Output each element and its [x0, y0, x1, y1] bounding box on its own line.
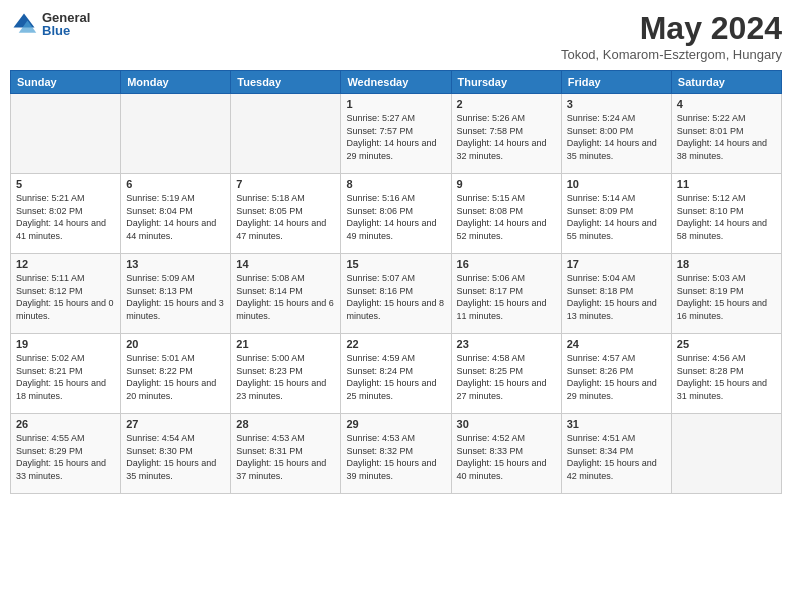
calendar-cell: 16Sunrise: 5:06 AMSunset: 8:17 PMDayligh… [451, 254, 561, 334]
calendar-cell: 11Sunrise: 5:12 AMSunset: 8:10 PMDayligh… [671, 174, 781, 254]
day-number: 30 [457, 418, 556, 430]
calendar-cell: 23Sunrise: 4:58 AMSunset: 8:25 PMDayligh… [451, 334, 561, 414]
calendar-cell: 13Sunrise: 5:09 AMSunset: 8:13 PMDayligh… [121, 254, 231, 334]
day-info: Sunrise: 5:06 AMSunset: 8:17 PMDaylight:… [457, 272, 556, 322]
calendar-cell: 3Sunrise: 5:24 AMSunset: 8:00 PMDaylight… [561, 94, 671, 174]
day-info: Sunrise: 5:24 AMSunset: 8:00 PMDaylight:… [567, 112, 666, 162]
day-number: 6 [126, 178, 225, 190]
calendar-header-monday: Monday [121, 71, 231, 94]
calendar-cell: 2Sunrise: 5:26 AMSunset: 7:58 PMDaylight… [451, 94, 561, 174]
day-info: Sunrise: 5:01 AMSunset: 8:22 PMDaylight:… [126, 352, 225, 402]
day-info: Sunrise: 4:52 AMSunset: 8:33 PMDaylight:… [457, 432, 556, 482]
calendar-cell: 25Sunrise: 4:56 AMSunset: 8:28 PMDayligh… [671, 334, 781, 414]
day-info: Sunrise: 4:55 AMSunset: 8:29 PMDaylight:… [16, 432, 115, 482]
logo-icon [10, 10, 38, 38]
calendar-header-wednesday: Wednesday [341, 71, 451, 94]
day-number: 28 [236, 418, 335, 430]
calendar-week-2: 5Sunrise: 5:21 AMSunset: 8:02 PMDaylight… [11, 174, 782, 254]
header: General Blue May 2024 Tokod, Komarom-Esz… [10, 10, 782, 62]
day-info: Sunrise: 4:59 AMSunset: 8:24 PMDaylight:… [346, 352, 445, 402]
day-info: Sunrise: 5:07 AMSunset: 8:16 PMDaylight:… [346, 272, 445, 322]
calendar-week-1: 1Sunrise: 5:27 AMSunset: 7:57 PMDaylight… [11, 94, 782, 174]
calendar-cell: 21Sunrise: 5:00 AMSunset: 8:23 PMDayligh… [231, 334, 341, 414]
calendar-cell: 12Sunrise: 5:11 AMSunset: 8:12 PMDayligh… [11, 254, 121, 334]
day-info: Sunrise: 5:21 AMSunset: 8:02 PMDaylight:… [16, 192, 115, 242]
day-number: 10 [567, 178, 666, 190]
calendar-cell: 26Sunrise: 4:55 AMSunset: 8:29 PMDayligh… [11, 414, 121, 494]
calendar-cell: 1Sunrise: 5:27 AMSunset: 7:57 PMDaylight… [341, 94, 451, 174]
main-title: May 2024 [561, 10, 782, 47]
calendar-week-4: 19Sunrise: 5:02 AMSunset: 8:21 PMDayligh… [11, 334, 782, 414]
logo-blue-text: Blue [42, 24, 90, 37]
day-info: Sunrise: 5:03 AMSunset: 8:19 PMDaylight:… [677, 272, 776, 322]
calendar-cell: 29Sunrise: 4:53 AMSunset: 8:32 PMDayligh… [341, 414, 451, 494]
calendar-cell [671, 414, 781, 494]
day-info: Sunrise: 5:14 AMSunset: 8:09 PMDaylight:… [567, 192, 666, 242]
calendar-cell: 14Sunrise: 5:08 AMSunset: 8:14 PMDayligh… [231, 254, 341, 334]
day-number: 24 [567, 338, 666, 350]
calendar-week-3: 12Sunrise: 5:11 AMSunset: 8:12 PMDayligh… [11, 254, 782, 334]
day-info: Sunrise: 5:19 AMSunset: 8:04 PMDaylight:… [126, 192, 225, 242]
day-number: 7 [236, 178, 335, 190]
day-number: 27 [126, 418, 225, 430]
day-number: 19 [16, 338, 115, 350]
day-number: 26 [16, 418, 115, 430]
calendar-cell: 19Sunrise: 5:02 AMSunset: 8:21 PMDayligh… [11, 334, 121, 414]
calendar-week-5: 26Sunrise: 4:55 AMSunset: 8:29 PMDayligh… [11, 414, 782, 494]
calendar-cell [121, 94, 231, 174]
day-number: 2 [457, 98, 556, 110]
calendar-cell: 28Sunrise: 4:53 AMSunset: 8:31 PMDayligh… [231, 414, 341, 494]
calendar-cell: 15Sunrise: 5:07 AMSunset: 8:16 PMDayligh… [341, 254, 451, 334]
day-info: Sunrise: 5:08 AMSunset: 8:14 PMDaylight:… [236, 272, 335, 322]
day-number: 18 [677, 258, 776, 270]
calendar-header-sunday: Sunday [11, 71, 121, 94]
day-info: Sunrise: 5:04 AMSunset: 8:18 PMDaylight:… [567, 272, 666, 322]
day-info: Sunrise: 5:16 AMSunset: 8:06 PMDaylight:… [346, 192, 445, 242]
day-number: 17 [567, 258, 666, 270]
calendar-cell: 27Sunrise: 4:54 AMSunset: 8:30 PMDayligh… [121, 414, 231, 494]
day-info: Sunrise: 5:15 AMSunset: 8:08 PMDaylight:… [457, 192, 556, 242]
calendar-cell: 18Sunrise: 5:03 AMSunset: 8:19 PMDayligh… [671, 254, 781, 334]
day-number: 11 [677, 178, 776, 190]
day-info: Sunrise: 4:51 AMSunset: 8:34 PMDaylight:… [567, 432, 666, 482]
day-info: Sunrise: 5:11 AMSunset: 8:12 PMDaylight:… [16, 272, 115, 322]
calendar-cell: 22Sunrise: 4:59 AMSunset: 8:24 PMDayligh… [341, 334, 451, 414]
calendar-header-row: SundayMondayTuesdayWednesdayThursdayFrid… [11, 71, 782, 94]
calendar-cell [231, 94, 341, 174]
day-number: 3 [567, 98, 666, 110]
day-number: 16 [457, 258, 556, 270]
calendar-cell: 30Sunrise: 4:52 AMSunset: 8:33 PMDayligh… [451, 414, 561, 494]
day-info: Sunrise: 5:26 AMSunset: 7:58 PMDaylight:… [457, 112, 556, 162]
logo: General Blue [10, 10, 90, 38]
calendar-cell: 20Sunrise: 5:01 AMSunset: 8:22 PMDayligh… [121, 334, 231, 414]
day-number: 5 [16, 178, 115, 190]
calendar-header-thursday: Thursday [451, 71, 561, 94]
calendar-header-friday: Friday [561, 71, 671, 94]
day-number: 15 [346, 258, 445, 270]
day-info: Sunrise: 4:57 AMSunset: 8:26 PMDaylight:… [567, 352, 666, 402]
day-number: 29 [346, 418, 445, 430]
day-info: Sunrise: 4:56 AMSunset: 8:28 PMDaylight:… [677, 352, 776, 402]
day-info: Sunrise: 5:09 AMSunset: 8:13 PMDaylight:… [126, 272, 225, 322]
day-number: 31 [567, 418, 666, 430]
subtitle: Tokod, Komarom-Esztergom, Hungary [561, 47, 782, 62]
calendar-table: SundayMondayTuesdayWednesdayThursdayFrid… [10, 70, 782, 494]
day-number: 4 [677, 98, 776, 110]
calendar-cell: 17Sunrise: 5:04 AMSunset: 8:18 PMDayligh… [561, 254, 671, 334]
logo-text: General Blue [42, 11, 90, 37]
calendar-header-tuesday: Tuesday [231, 71, 341, 94]
calendar-cell [11, 94, 121, 174]
day-number: 22 [346, 338, 445, 350]
day-number: 21 [236, 338, 335, 350]
calendar-cell: 4Sunrise: 5:22 AMSunset: 8:01 PMDaylight… [671, 94, 781, 174]
day-info: Sunrise: 5:22 AMSunset: 8:01 PMDaylight:… [677, 112, 776, 162]
calendar-cell: 24Sunrise: 4:57 AMSunset: 8:26 PMDayligh… [561, 334, 671, 414]
page: General Blue May 2024 Tokod, Komarom-Esz… [0, 0, 792, 612]
calendar-cell: 5Sunrise: 5:21 AMSunset: 8:02 PMDaylight… [11, 174, 121, 254]
day-info: Sunrise: 4:58 AMSunset: 8:25 PMDaylight:… [457, 352, 556, 402]
day-number: 25 [677, 338, 776, 350]
day-info: Sunrise: 5:02 AMSunset: 8:21 PMDaylight:… [16, 352, 115, 402]
day-number: 1 [346, 98, 445, 110]
day-number: 9 [457, 178, 556, 190]
day-info: Sunrise: 4:53 AMSunset: 8:31 PMDaylight:… [236, 432, 335, 482]
